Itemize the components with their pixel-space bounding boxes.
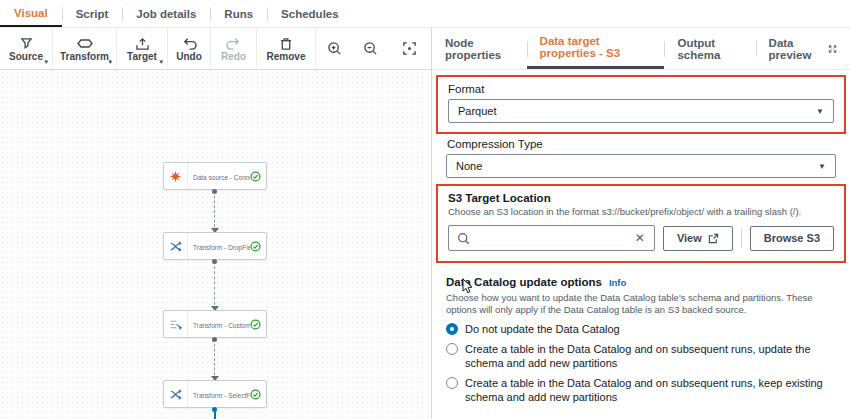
node-text: Transform - Custom code Custom transform [188,311,250,337]
node-caption: Transform - DropFields [193,244,250,251]
radio-label: Create a table in the Data Catalog and o… [465,342,836,370]
node-custom-transform[interactable]: Transform - Custom code Custom transform [163,310,267,338]
radio-option-do-not-update[interactable]: Do not update the Data Catalog [446,322,836,336]
radio-unselected-icon[interactable] [446,343,458,355]
redo-icon [226,36,241,51]
chevron-down-icon: ▾ [159,58,163,66]
source-icon [19,36,34,51]
search-icon [457,232,470,245]
s3-path-input-wrap: ✕ [448,225,655,251]
format-value: Parquet [458,105,497,117]
job-flow-canvas[interactable]: Data source - Connection SingleStore con… [0,70,431,419]
radio-option-keep-schema[interactable]: Create a table in the Data Catalog and o… [446,376,836,404]
s3-location-highlight-box: S3 Target Location Choose an S3 location… [436,184,846,263]
add-transform-button[interactable]: Transform ▾ [53,28,117,69]
panel-content: Format Parquet ▼ Compression Type None ▼ [432,70,850,419]
add-source-button[interactable]: Source ▾ [0,28,53,69]
fit-to-screen-button[interactable] [388,28,431,69]
button-divider [741,228,742,248]
zoom-in-icon [327,41,342,56]
format-highlight-box: Format Parquet ▼ [436,75,846,134]
zoom-in-button[interactable] [316,28,352,69]
target-label: Target [127,52,157,62]
node-text: Transform - SelectFromCol... Select From… [188,381,250,407]
view-button[interactable]: View [663,226,733,251]
catalog-title-row: Data Catalog update optionsInfo [446,272,836,290]
connector-selected [214,409,216,419]
tab-label: Data target properties - S3 [540,35,652,59]
success-check-icon [250,163,266,189]
success-check-icon [250,233,266,259]
browse-s3-label: Browse S3 [764,232,820,244]
node-text: Transform - DropFields Drop Fields [188,233,250,259]
trash-icon [279,36,293,51]
compression-label: Compression Type [447,138,836,150]
chevron-down-icon: ▾ [44,58,48,66]
compression-field: Compression Type None ▼ [446,138,836,178]
chevron-down-icon: ▼ [818,162,826,171]
chevron-down-icon: ▾ [108,58,112,66]
catalog-description: Choose how you want to update the Data C… [446,292,836,316]
catalog-options: Do not update the Data Catalog Create a … [446,322,836,404]
radio-unselected-icon[interactable] [446,377,458,389]
compression-value: None [456,160,482,172]
tab-visual[interactable]: Visual [0,0,62,27]
node-caption: Transform - Custom code [193,322,250,329]
radio-label: Do not update the Data Catalog [465,322,620,336]
s3-location-title: S3 Target Location [448,192,834,204]
connector-dashed [214,261,215,310]
visual-editor-pane: Source ▾ Transform ▾ Target ▾ [0,28,432,419]
tab-node-properties[interactable]: Node properties [432,28,527,69]
catalog-title: Data Catalog update options [446,276,602,288]
success-check-icon [250,381,266,407]
tab-schedules[interactable]: Schedules [267,0,353,27]
tab-label: Job details [136,8,196,20]
format-label: Format [448,83,834,95]
node-singlestore-source[interactable]: Data source - Connection SingleStore con… [163,162,267,190]
add-target-button[interactable]: Target ▾ [117,28,168,69]
source-label: Source [9,52,43,62]
node-select-from-collection[interactable]: Transform - SelectFromCol... Select From… [163,380,267,408]
browse-s3-button[interactable]: Browse S3 [750,226,834,251]
node-text: Data source - Connection SingleStore con… [188,163,250,189]
undo-button[interactable]: Undo [168,28,211,69]
chevron-down-icon: ▼ [816,107,824,116]
tab-output-schema[interactable]: Output schema [664,28,755,69]
singlestore-star-icon [164,163,188,189]
tab-data-target-properties[interactable]: Data target properties - S3 [527,28,665,69]
target-icon [135,36,150,51]
remove-label: Remove [267,52,306,62]
custom-code-icon [164,311,188,337]
format-select[interactable]: Parquet ▼ [448,99,834,123]
node-caption: Data source - Connection [193,174,250,181]
tab-script[interactable]: Script [62,0,123,27]
zoom-out-button[interactable] [352,28,388,69]
info-link[interactable]: Info [609,277,626,288]
external-link-icon [708,233,719,244]
tab-label: Output schema [677,37,742,61]
view-label: View [677,232,702,244]
compression-select[interactable]: None ▼ [446,154,836,178]
redo-button[interactable]: Redo [211,28,257,69]
remove-button[interactable]: Remove [257,28,316,69]
tab-label: Visual [14,7,48,19]
node-caption: Transform - SelectFromCol... [193,392,250,399]
s3-path-input[interactable] [476,232,634,244]
transform-label: Transform [60,52,109,62]
radio-label: Create a table in the Data Catalog and o… [465,376,836,404]
top-tab-bar: Visual Script Job details Runs Schedules [0,0,850,28]
clear-input-icon[interactable]: ✕ [634,232,646,244]
fit-to-screen-icon [402,41,417,56]
tab-runs[interactable]: Runs [210,0,267,27]
radio-selected-icon[interactable] [446,323,458,335]
tab-label: Script [76,8,109,20]
tab-label: Schedules [281,8,339,20]
data-catalog-section: Data Catalog update optionsInfo Choose h… [446,272,836,404]
radio-option-update-schema[interactable]: Create a table in the Data Catalog and o… [446,342,836,370]
shuffle-transform-icon [164,381,188,407]
undo-label: Undo [176,52,202,62]
node-drop-fields[interactable]: Transform - DropFields Drop Fields [163,232,267,260]
expand-icon [828,43,837,55]
tab-job-details[interactable]: Job details [122,0,210,27]
tab-data-preview[interactable]: Data preview [756,28,850,69]
